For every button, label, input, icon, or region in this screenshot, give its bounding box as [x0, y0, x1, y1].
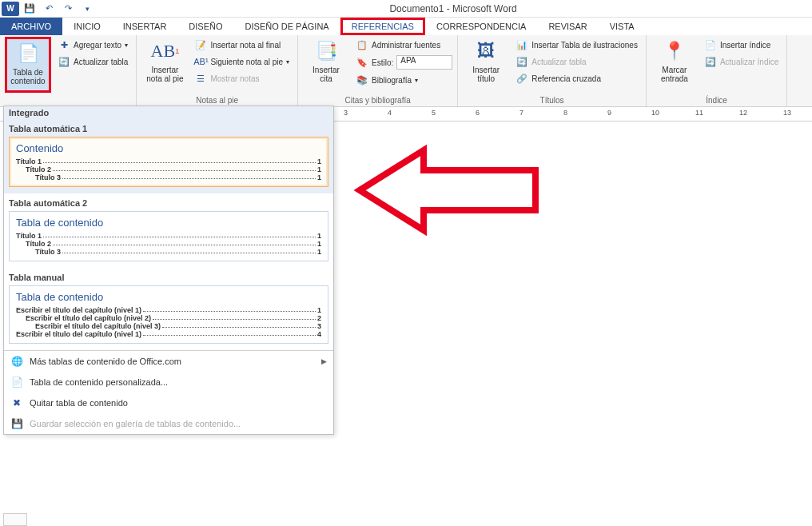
next-footnote-icon: AB¹	[194, 55, 207, 68]
caption-icon: 🖼	[473, 38, 499, 64]
tab-inicio[interactable]: INICIO	[62, 18, 112, 35]
undo-icon[interactable]: ↶	[42, 2, 56, 16]
footnote-icon: AB1	[152, 38, 177, 64]
ribbon-tabs: ARCHIVO INICIO INSERTAR DISEÑO DISEÑO DE…	[0, 18, 812, 35]
toc-preview-line: Título 11	[16, 157, 321, 165]
toc-button[interactable]: 📄 Tabla de contenido	[5, 37, 51, 93]
update-toc-label: Actualizar tabla	[74, 58, 128, 66]
manage-sources-button[interactable]: 📋 Administrar fuentes	[352, 37, 452, 53]
insert-caption-button[interactable]: 🖼 Insertar título	[463, 37, 509, 93]
toc-manual-preview: Tabla de contenido Escribir el título de…	[9, 285, 328, 344]
ruler-mark: 6	[476, 109, 480, 117]
toc-auto2-item[interactable]: Tabla automática 2 Tabla de contenido Tí…	[4, 193, 333, 268]
crossref-icon: 🔗	[515, 72, 528, 85]
dropdown-menu: 🌐 Más tablas de contenido de Office.com …	[4, 350, 333, 434]
document-title: Documento1 - Microsoft Word	[94, 3, 812, 14]
update-icon: 🔄	[515, 55, 528, 68]
ruler-mark: 10	[651, 109, 659, 117]
toc-auto1-item[interactable]: Tabla automática 1 Contenido Título 11Tí…	[4, 119, 333, 193]
bibliography-button[interactable]: 📚 Bibliografía ▾	[352, 72, 452, 88]
manage-sources-label: Administrar fuentes	[372, 41, 440, 50]
mark-entry-button[interactable]: 📍 Marcar entrada	[651, 37, 698, 93]
preview-lines-manual: Escribir el título del capítulo (nivel 1…	[16, 306, 321, 338]
dropdown-header: Integrado	[4, 106, 333, 119]
insert-index-icon: 📄	[704, 38, 717, 51]
toc-icon: 📄	[15, 41, 41, 66]
update-index-label: Actualizar índice	[720, 58, 778, 66]
chevron-right-icon: ▶	[321, 357, 327, 365]
toc-preview-line: Título 21	[16, 240, 321, 248]
custom-toc-icon: 📄	[10, 376, 23, 389]
menu-more-office[interactable]: 🌐 Más tablas de contenido de Office.com …	[4, 351, 333, 372]
chevron-down-icon: ▾	[415, 77, 418, 84]
add-text-icon: ✚	[58, 38, 70, 51]
update-toc-button[interactable]: 🔄 Actualizar tabla	[54, 54, 131, 70]
toc-preview-line: Escribir el título del capítulo (nivel 2…	[16, 314, 321, 322]
manage-sources-icon: 📋	[356, 38, 368, 51]
insert-citation-label: Insertar cita	[312, 66, 340, 83]
toc-preview-line: Título 21	[16, 165, 321, 173]
insert-index-button[interactable]: 📄 Insertar índice	[701, 37, 782, 53]
update-index-button: 🔄 Actualizar índice	[701, 54, 782, 70]
preview-lines-auto2: Título 11Título 21Título 31	[16, 232, 321, 256]
toc-preview-line: Título 31	[16, 248, 321, 256]
insert-footnote-button[interactable]: AB1 Insertar nota al pie	[141, 37, 188, 93]
ruler-mark: 8	[563, 109, 567, 117]
tab-diseno-pagina[interactable]: DISEÑO DE PÁGINA	[234, 18, 340, 35]
citation-icon: 📑	[313, 38, 339, 64]
add-text-button[interactable]: ✚ Agregar texto ▾	[54, 37, 131, 53]
style-label: Estilo:	[372, 58, 393, 67]
redo-icon[interactable]: ↷	[61, 2, 75, 16]
ruler-mark: 9	[607, 109, 611, 117]
remove-toc-icon: ✖	[10, 396, 23, 409]
tab-diseno[interactable]: DISEÑO	[177, 18, 233, 35]
ruler-mark: 5	[432, 109, 436, 117]
tab-referencias[interactable]: REFERENCIAS	[340, 18, 425, 35]
toc-preview-line: Escribir el título del capítulo (nivel 3…	[16, 322, 321, 330]
mark-entry-label: Marcar entrada	[661, 66, 688, 83]
add-text-label: Agregar texto	[74, 41, 121, 50]
toc-preview-line: Título 11	[16, 232, 321, 240]
preview-title: Contenido	[16, 142, 321, 154]
cross-reference-button[interactable]: 🔗 Referencia cruzada	[512, 70, 641, 86]
tab-revisar[interactable]: REVISAR	[537, 18, 598, 35]
menu-remove-toc[interactable]: ✖ Quitar tabla de contenido	[4, 393, 333, 413]
group-captions: 🖼 Insertar título 📊 Insertar Tabla de il…	[458, 35, 647, 106]
group-toc: 📄 Tabla de contenido ✚ Agregar texto ▾ 🔄…	[0, 35, 137, 106]
next-footnote-button[interactable]: AB¹ Siguiente nota al pie ▾	[191, 54, 293, 70]
ruler-mark: 4	[388, 109, 392, 117]
ruler-mark: 13	[783, 109, 791, 117]
insert-illustration-table-label: Insertar Tabla de ilustraciones	[531, 41, 638, 50]
toc-manual-item[interactable]: Tabla manual Tabla de contenido Escribir…	[4, 268, 333, 350]
show-notes-button: ☰ Mostrar notas	[191, 70, 293, 86]
group-footnotes: AB1 Insertar nota al pie 📝 Insertar nota…	[137, 35, 298, 106]
qat-customize-icon[interactable]: ▾	[80, 2, 94, 16]
next-footnote-label: Siguiente nota al pie	[210, 58, 283, 66]
insert-endnote-button[interactable]: 📝 Insertar nota al final	[191, 37, 293, 53]
insert-caption-label: Insertar título	[472, 66, 500, 83]
illustration-icon: 📊	[515, 38, 528, 51]
show-notes-label: Mostrar notas	[210, 74, 259, 83]
tab-correspondencia[interactable]: CORRESPONDENCIA	[425, 18, 537, 35]
toc-dropdown: Integrado Tabla automática 1 Contenido T…	[3, 106, 334, 435]
tab-insertar[interactable]: INSERTAR	[112, 18, 178, 35]
style-select-row: 🔖 Estilo: APA ▾	[352, 54, 452, 71]
menu-custom-label: Tabla de contenido personalizada...	[30, 377, 168, 387]
style-select[interactable]: APA	[396, 55, 452, 70]
group-index-label: Índice	[651, 96, 782, 106]
insert-citation-button[interactable]: 📑 Insertar cita	[303, 37, 349, 93]
group-index: 📍 Marcar entrada 📄 Insertar índice 🔄 Act…	[647, 35, 787, 106]
menu-remove-label: Quitar tabla de contenido	[30, 398, 128, 408]
save-icon[interactable]: 💾	[22, 2, 37, 16]
insert-footnote-label: Insertar nota al pie	[146, 66, 183, 83]
insert-illustration-table-button[interactable]: 📊 Insertar Tabla de ilustraciones	[512, 37, 641, 53]
tab-vista[interactable]: VISTA	[599, 18, 646, 35]
menu-custom-toc[interactable]: 📄 Tabla de contenido personalizada...	[4, 372, 333, 393]
insert-index-label: Insertar índice	[720, 41, 770, 50]
bibliography-label: Bibliografía	[372, 76, 412, 85]
tab-archivo[interactable]: ARCHIVO	[0, 18, 62, 35]
menu-save-gallery: 💾 Guardar selección en galería de tablas…	[4, 413, 333, 434]
insert-endnote-label: Insertar nota al final	[210, 41, 281, 50]
toc-manual-title: Tabla manual	[9, 273, 328, 282]
toc-preview-line: Escribir el título del capítulo (nivel 1…	[16, 306, 321, 314]
